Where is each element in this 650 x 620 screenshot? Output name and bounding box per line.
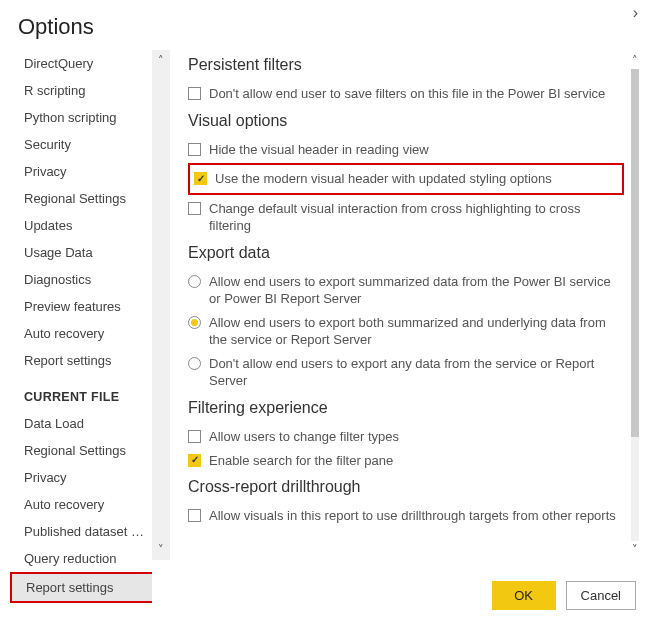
dialog-body: DirectQuery R scripting Python scripting… xyxy=(0,50,650,560)
sidebar-scrollbar[interactable]: ˄ ˅ xyxy=(152,50,170,560)
nav-preview-features[interactable]: Preview features xyxy=(10,293,150,320)
nav-cf-data-load[interactable]: Data Load xyxy=(10,410,150,437)
scroll-thumb[interactable] xyxy=(631,69,639,437)
opt-modern-visual-header[interactable]: Use the modern visual header with update… xyxy=(194,167,618,191)
section-persistent-filters: Persistent filters xyxy=(188,56,624,74)
opt-label: Don't allow end user to save filters on … xyxy=(209,85,624,103)
highlight-nav-report-settings: Report settings xyxy=(10,572,152,603)
section-filtering-experience: Filtering experience xyxy=(188,399,624,417)
nav-diagnostics[interactable]: Diagnostics xyxy=(10,266,150,293)
opt-label: Enable search for the filter pane xyxy=(209,452,624,470)
close-chevron-icon[interactable]: › xyxy=(633,4,638,22)
nav-section-current-file: CURRENT FILE xyxy=(10,374,170,410)
highlight-opt-modern-visual-header: Use the modern visual header with update… xyxy=(188,163,624,195)
nav-cf-report-settings[interactable]: Report settings xyxy=(12,574,152,601)
nav-report-settings-global[interactable]: Report settings xyxy=(10,347,150,374)
opt-change-default-interaction[interactable]: Change default visual interaction from c… xyxy=(188,197,624,238)
radio-checked-icon[interactable] xyxy=(188,316,201,329)
scroll-up-icon[interactable]: ˄ xyxy=(158,54,164,67)
opt-label: Allow end users to export summarized dat… xyxy=(209,273,624,308)
nav-cf-query-reduction[interactable]: Query reduction xyxy=(10,545,150,572)
opt-label: Allow end users to export both summarize… xyxy=(209,314,624,349)
opt-enable-search-filter-pane[interactable]: Enable search for the filter pane xyxy=(188,449,624,473)
nav-cf-regional-settings[interactable]: Regional Settings xyxy=(10,437,150,464)
radio-icon[interactable] xyxy=(188,357,201,370)
section-visual-options: Visual options xyxy=(188,112,624,130)
opt-export-summarized[interactable]: Allow end users to export summarized dat… xyxy=(188,270,624,311)
checkbox-checked-icon[interactable] xyxy=(188,454,201,467)
opt-label: Use the modern visual header with update… xyxy=(215,170,618,188)
nav-auto-recovery[interactable]: Auto recovery xyxy=(10,320,150,347)
nav-cf-privacy[interactable]: Privacy xyxy=(10,464,150,491)
opt-export-none[interactable]: Don't allow end users to export any data… xyxy=(188,352,624,393)
nav-usage-data[interactable]: Usage Data xyxy=(10,239,150,266)
cancel-button[interactable]: Cancel xyxy=(566,581,636,610)
dialog-footer: OK Cancel xyxy=(492,581,636,610)
nav-cf-published-dataset[interactable]: Published dataset set... xyxy=(10,518,150,545)
opt-label: Hide the visual header in reading view xyxy=(209,141,624,159)
opt-hide-visual-header[interactable]: Hide the visual header in reading view xyxy=(188,138,624,162)
nav-cf-auto-recovery[interactable]: Auto recovery xyxy=(10,491,150,518)
checkbox-checked-icon[interactable] xyxy=(194,172,207,185)
opt-persistent-dont-allow-save[interactable]: Don't allow end user to save filters on … xyxy=(188,82,624,106)
nav-r-scripting[interactable]: R scripting xyxy=(10,77,150,104)
checkbox-icon[interactable] xyxy=(188,430,201,443)
sidebar: DirectQuery R scripting Python scripting… xyxy=(0,50,170,560)
scroll-down-icon[interactable]: ˅ xyxy=(632,543,638,556)
nav-regional-settings[interactable]: Regional Settings xyxy=(10,185,150,212)
dialog-title: Options xyxy=(0,0,650,50)
opt-label: Allow users to change filter types xyxy=(209,428,624,446)
nav-privacy[interactable]: Privacy xyxy=(10,158,150,185)
checkbox-icon[interactable] xyxy=(188,87,201,100)
main-panel: Persistent filters Don't allow end user … xyxy=(170,50,650,560)
checkbox-icon[interactable] xyxy=(188,509,201,522)
section-cross-report-drillthrough: Cross-report drillthrough xyxy=(188,478,624,496)
nav-directquery[interactable]: DirectQuery xyxy=(10,50,150,77)
nav-python-scripting[interactable]: Python scripting xyxy=(10,104,150,131)
nav-security[interactable]: Security xyxy=(10,131,150,158)
ok-button[interactable]: OK xyxy=(492,581,556,610)
scroll-down-icon[interactable]: ˅ xyxy=(158,543,164,556)
opt-label: Change default visual interaction from c… xyxy=(209,200,624,235)
opt-label: Allow visuals in this report to use dril… xyxy=(209,507,624,525)
scroll-up-icon[interactable]: ˄ xyxy=(632,54,638,67)
section-export-data: Export data xyxy=(188,244,624,262)
radio-icon[interactable] xyxy=(188,275,201,288)
opt-allow-drillthrough-targets[interactable]: Allow visuals in this report to use dril… xyxy=(188,504,624,528)
checkbox-icon[interactable] xyxy=(188,143,201,156)
main-scrollbar[interactable]: ˄ ˅ xyxy=(626,54,644,556)
checkbox-icon[interactable] xyxy=(188,202,201,215)
scroll-track[interactable] xyxy=(631,69,639,541)
opt-export-both[interactable]: Allow end users to export both summarize… xyxy=(188,311,624,352)
opt-label: Don't allow end users to export any data… xyxy=(209,355,624,390)
nav-updates[interactable]: Updates xyxy=(10,212,150,239)
opt-allow-change-filter-types[interactable]: Allow users to change filter types xyxy=(188,425,624,449)
